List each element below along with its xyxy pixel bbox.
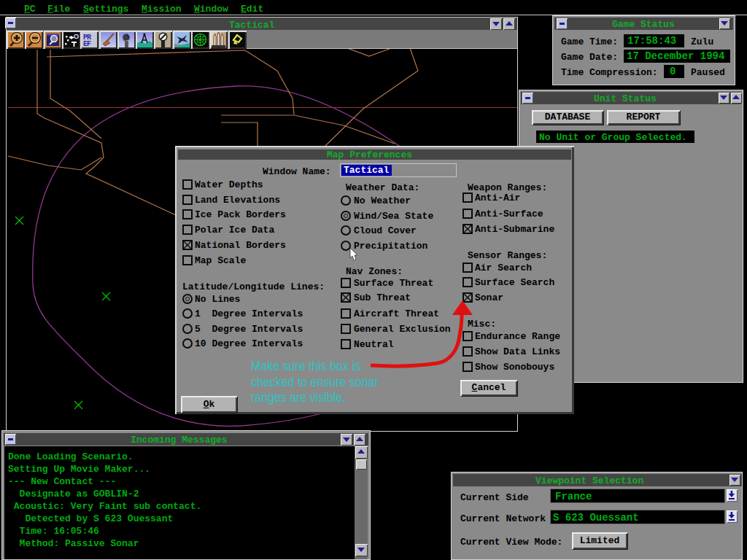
svg-text:EF: EF (83, 40, 91, 48)
